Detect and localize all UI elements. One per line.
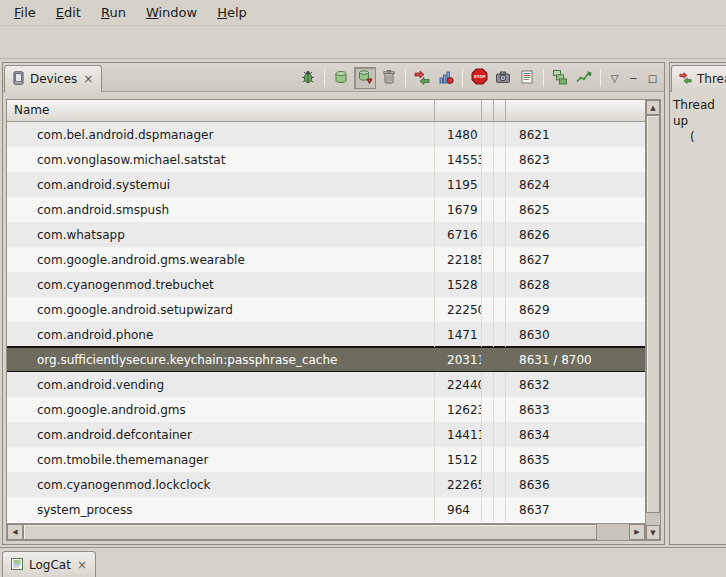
table-row[interactable]: com.google.android.setupwizard 22250 862… [7, 297, 645, 322]
table-row[interactable]: com.google.android.gms 12623 8633 [7, 397, 645, 422]
menu-item[interactable]: Window [136, 2, 207, 23]
column-header-port[interactable] [506, 100, 645, 122]
capture-system-info-button[interactable] [516, 67, 538, 89]
table-row[interactable]: com.android.vending 22440 8632 [7, 372, 645, 397]
table-row[interactable]: com.android.smspush 1679 8625 [7, 197, 645, 222]
table-row[interactable]: com.vonglasow.michael.satstat 14553 8623 [7, 147, 645, 172]
process-pid: 1528 [435, 272, 482, 297]
process-status-cell [482, 297, 494, 322]
process-status-cell [482, 172, 494, 197]
table-row[interactable]: com.android.phone 1471 8630 [7, 322, 645, 347]
vertical-scrollbar-thumb[interactable] [646, 115, 660, 513]
table-row[interactable]: com.whatsapp 6716 8626 [7, 222, 645, 247]
tab-devices[interactable]: Devices × [4, 65, 102, 92]
process-status-cell2 [494, 222, 506, 247]
tab-devices-label: Devices [30, 72, 77, 86]
scroll-down-icon[interactable]: ▼ [646, 525, 660, 540]
scroll-right-icon[interactable]: ▶ [629, 524, 645, 540]
table-row[interactable]: com.cyanogenmod.trebuchet 1528 8628 [7, 272, 645, 297]
process-status-cell [482, 322, 494, 347]
minimize-icon[interactable]: ─ [625, 69, 642, 87]
systrace-button[interactable] [573, 67, 595, 89]
menu-item[interactable]: Help [207, 2, 257, 23]
toolbar-separator [405, 69, 406, 87]
dump-hprof-icon [357, 69, 373, 88]
debug-process-button[interactable] [297, 67, 319, 89]
view-menu-icon[interactable]: ▽ [606, 69, 623, 87]
process-status-cell [482, 447, 494, 472]
method-profiling-button[interactable] [435, 67, 457, 89]
close-icon[interactable]: × [82, 72, 94, 86]
process-port: 8624 [506, 172, 645, 197]
horizontal-scrollbar-thumb[interactable] [23, 524, 597, 540]
close-icon[interactable]: × [76, 558, 88, 572]
process-port: 8637 [506, 497, 645, 522]
table-row[interactable]: com.android.defcontainer 14411 8634 [7, 422, 645, 447]
process-status-cell [482, 372, 494, 397]
process-name: com.android.systemui [7, 172, 435, 197]
menu-item[interactable]: Edit [46, 2, 91, 23]
view-hierarchy-icon [552, 69, 568, 88]
process-pid: 964 [435, 497, 482, 522]
process-port: 8630 [506, 322, 645, 347]
process-status-cell2 [494, 322, 506, 347]
table-row[interactable]: com.bel.android.dspmanager 1480 8621 [7, 122, 645, 147]
horizontal-scrollbar[interactable]: ◀ ▶ [7, 523, 645, 540]
process-pid: 22440 [435, 372, 482, 397]
method-profiling-icon [438, 69, 454, 88]
threads-message: Thread up ( [670, 92, 726, 544]
table-row[interactable]: system_process 964 8637 [7, 497, 645, 522]
trash-icon [381, 69, 397, 88]
process-pid: 22265 [435, 472, 482, 497]
process-name: com.vonglasow.michael.satstat [7, 147, 435, 172]
process-status-cell2 [494, 372, 506, 397]
process-port: 8636 [506, 472, 645, 497]
toolbar-strip [0, 26, 726, 59]
table-row[interactable]: com.google.android.gms.wearable 22185 86… [7, 247, 645, 272]
menu-item[interactable]: File [4, 2, 46, 23]
process-status-cell [482, 147, 494, 172]
threads-tabbar: Threa [670, 63, 726, 92]
process-status-cell2 [494, 272, 506, 297]
devices-tabbar: Devices × [3, 63, 664, 92]
process-port: 8627 [506, 247, 645, 272]
dump-hprof-button[interactable] [354, 67, 376, 89]
scroll-left-icon[interactable]: ◀ [7, 524, 23, 540]
table-row[interactable]: com.cyanogenmod.lockclock 22265 8636 [7, 472, 645, 497]
cause-gc-button[interactable] [378, 67, 400, 89]
table-row[interactable]: org.sufficientlysecure.keychain:passphra… [7, 347, 645, 372]
process-pid: 20311 [435, 348, 482, 371]
tab-logcat[interactable]: LogCat × [2, 551, 96, 577]
menu-item[interactable]: Run [91, 2, 136, 23]
process-port: 8635 [506, 447, 645, 472]
update-threads-button[interactable] [411, 67, 433, 89]
process-status-cell [482, 272, 494, 297]
column-header-pid[interactable] [435, 100, 482, 122]
tab-threads[interactable]: Threa [671, 65, 726, 92]
update-heap-button[interactable] [330, 67, 352, 89]
update-heap-icon [333, 69, 349, 88]
column-header-status1[interactable] [482, 100, 494, 122]
stop-process-button[interactable]: STOP [468, 67, 490, 89]
process-port: 8628 [506, 272, 645, 297]
process-pid: 1480 [435, 122, 482, 147]
process-status-cell [482, 397, 494, 422]
vertical-scrollbar[interactable]: ▲ ▼ [645, 100, 660, 540]
process-status-cell2 [494, 422, 506, 447]
table-row[interactable]: com.android.systemui 1195 8624 [7, 172, 645, 197]
column-header-name[interactable]: Name [7, 100, 435, 122]
logcat-panel: LogCat × [0, 547, 726, 577]
process-port: 8634 [506, 422, 645, 447]
scroll-up-icon[interactable]: ▲ [646, 100, 660, 115]
process-pid: 1195 [435, 172, 482, 197]
tab-logcat-label: LogCat [29, 558, 71, 572]
process-status-cell2 [494, 472, 506, 497]
dump-view-hierarchy-button[interactable] [549, 67, 571, 89]
table-row[interactable]: com.tmobile.thememanager 1512 8635 [7, 447, 645, 472]
menubar: File Edit Run Window Help [0, 0, 726, 26]
screen-capture-button[interactable] [492, 67, 514, 89]
maximize-icon[interactable]: □ [644, 69, 661, 87]
toolbar-separator [600, 69, 601, 87]
toolbar-separator [543, 69, 544, 87]
column-header-status2[interactable] [494, 100, 506, 122]
